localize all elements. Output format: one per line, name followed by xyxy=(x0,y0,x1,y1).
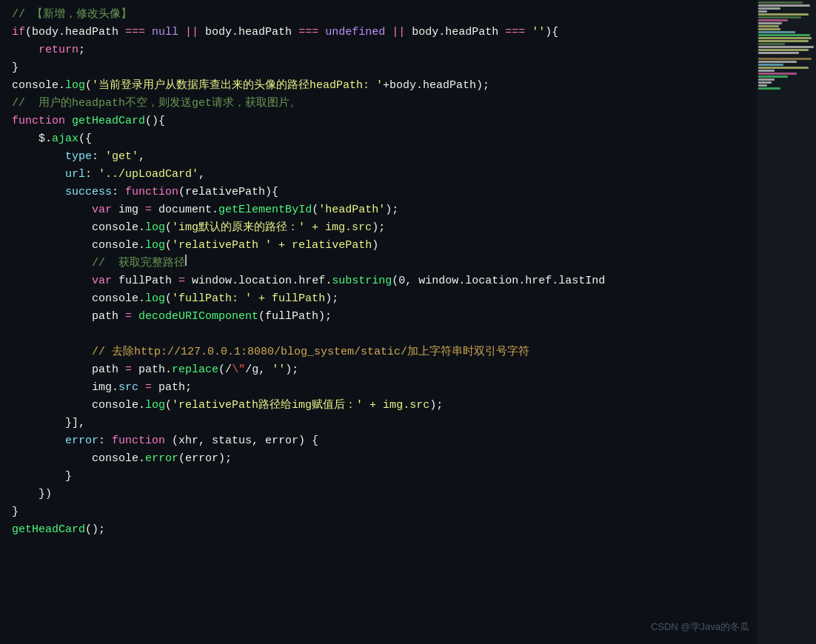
token: path xyxy=(92,308,125,326)
code-line: console.log('relativePath ' + relativePa… xyxy=(12,237,816,255)
token: : xyxy=(92,148,105,166)
token: // xyxy=(12,95,32,113)
token xyxy=(12,41,39,59)
token xyxy=(12,272,92,290)
token: src xyxy=(118,379,145,397)
token: . xyxy=(45,130,52,148)
token: success xyxy=(65,184,112,201)
code-line: } xyxy=(12,59,816,77)
token: || xyxy=(185,24,198,41)
code-line: // 去除http://127.0.0.1:8080/blog_system/s… xyxy=(12,343,816,361)
token xyxy=(12,237,92,255)
token: = xyxy=(178,272,192,290)
token: error xyxy=(65,432,98,450)
token: path xyxy=(138,361,165,379)
token: : xyxy=(98,432,112,450)
token: if xyxy=(12,24,25,41)
code-line: console.log('当前登录用户从数据库查出来的头像的路径headPath… xyxy=(12,77,816,95)
text-cursor xyxy=(185,255,187,266)
token: 用户的headpath不空，则发送get请求，获取图片。 xyxy=(32,95,301,113)
code-lines: // 【新增，修改头像】if(body.headPath === null ||… xyxy=(12,6,816,539)
token: 获取完整路径 xyxy=(112,255,185,272)
token: . xyxy=(138,397,145,415)
token: . xyxy=(138,450,145,468)
code-line: console.error(error); xyxy=(12,450,816,468)
minimap xyxy=(757,0,816,644)
token: . xyxy=(112,379,118,397)
token: document xyxy=(158,201,212,219)
token: $ xyxy=(12,130,45,148)
token xyxy=(12,397,92,415)
watermark: CSDN @学Java的冬瓜 xyxy=(651,620,749,635)
token xyxy=(12,379,92,397)
token: console xyxy=(92,397,138,415)
token: ({ xyxy=(78,130,92,148)
token: log xyxy=(145,237,165,255)
token: : xyxy=(112,184,125,201)
token: (error); xyxy=(178,450,232,468)
code-line: url: '../upLoadCard', xyxy=(12,166,816,184)
token: function xyxy=(125,184,178,201)
token: 'headPath' xyxy=(318,201,385,219)
token xyxy=(12,166,65,184)
token: . xyxy=(138,290,145,308)
token: var xyxy=(92,201,118,219)
token: (); xyxy=(85,521,105,539)
token: body.headPath xyxy=(198,24,298,41)
token: // xyxy=(12,6,32,24)
token: === xyxy=(298,24,318,41)
token xyxy=(12,486,39,503)
token: ); xyxy=(372,219,385,237)
token: ); xyxy=(429,397,443,415)
token: return xyxy=(39,41,78,59)
token xyxy=(12,468,65,486)
token: substring xyxy=(332,272,392,290)
token: } xyxy=(65,415,72,432)
code-line: } xyxy=(12,503,816,521)
token: getHeadCard xyxy=(72,113,145,130)
token: '当前登录用户从数据库查出来的头像的路径headPath: ' xyxy=(92,77,383,95)
code-line: console.log('relativePath路径给img赋值后：' + i… xyxy=(12,397,816,415)
code-line: // 获取完整路径 xyxy=(12,255,816,272)
token: type xyxy=(65,148,92,166)
code-line: // 用户的headpath不空，则发送get请求，获取图片。 xyxy=(12,95,816,113)
code-line: console.log('fullPath: ' + fullPath); xyxy=(12,290,816,308)
token: href xyxy=(298,272,325,290)
token: log xyxy=(65,77,85,95)
token: ( xyxy=(165,397,172,415)
token: +body.headPath); xyxy=(383,77,489,95)
token: console xyxy=(92,290,138,308)
token xyxy=(12,450,92,468)
token: = xyxy=(145,201,158,219)
token: = xyxy=(125,361,138,379)
code-line: }], xyxy=(12,415,816,432)
token: // xyxy=(92,255,112,272)
token xyxy=(12,148,65,166)
token: decodeURIComponent xyxy=(138,308,258,326)
token: ( xyxy=(165,219,172,237)
token xyxy=(12,343,92,361)
token: console xyxy=(92,219,138,237)
token: 'fullPath: ' + fullPath xyxy=(172,290,325,308)
token: = xyxy=(145,379,158,397)
token xyxy=(12,184,65,201)
token: || xyxy=(392,24,405,41)
token: console xyxy=(92,237,138,255)
token: ); xyxy=(325,290,338,308)
token: getElementById xyxy=(218,201,312,219)
token: ( xyxy=(165,237,172,255)
token: img xyxy=(118,201,145,219)
token: console xyxy=(12,77,58,95)
token: . xyxy=(165,361,172,379)
token: (relativePath) xyxy=(178,184,272,201)
token: ; xyxy=(78,41,85,59)
token: (/ xyxy=(218,361,232,379)
token: log xyxy=(145,219,165,237)
token: // 去除http://127.0.0.1:8080/blog_system/s… xyxy=(92,343,529,361)
token: null xyxy=(145,24,185,41)
token: window xyxy=(192,272,232,290)
token: { xyxy=(272,184,278,201)
token: '' xyxy=(532,24,545,41)
token xyxy=(12,201,92,219)
code-line: success: function(relativePath){ xyxy=(12,184,816,201)
